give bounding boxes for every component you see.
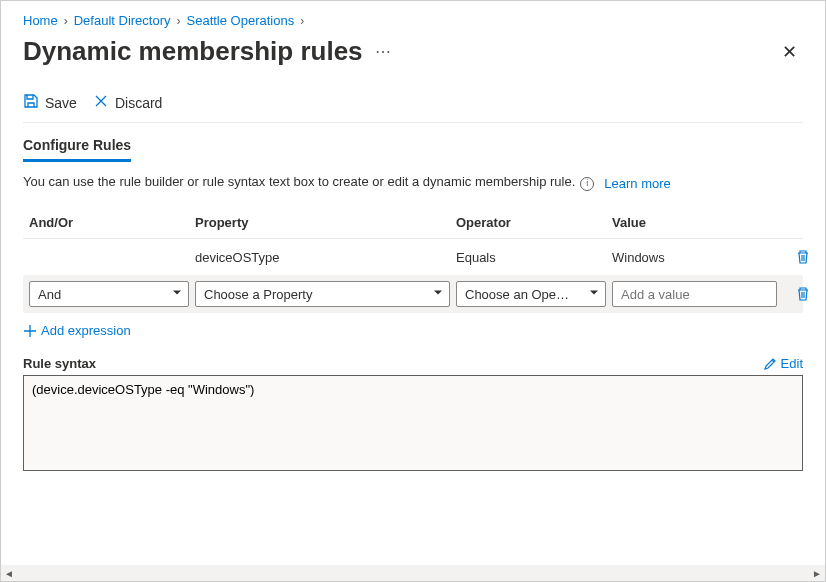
toolbar: Save Discard — [23, 85, 803, 123]
table-header: And/Or Property Operator Value — [23, 207, 803, 239]
chevron-right-icon: › — [300, 14, 304, 28]
cell-property: deviceOSType — [195, 250, 450, 265]
helper-text: You can use the rule builder or rule syn… — [23, 174, 575, 189]
value-input[interactable] — [612, 281, 777, 307]
plus-icon — [23, 324, 37, 338]
save-button[interactable]: Save — [23, 93, 77, 112]
chevron-right-icon: › — [177, 14, 181, 28]
rules-table: And/Or Property Operator Value deviceOST… — [23, 207, 803, 313]
save-label: Save — [45, 95, 77, 111]
pencil-icon — [763, 357, 777, 371]
discard-icon — [93, 93, 109, 112]
operator-select[interactable]: Choose an Ope… — [456, 281, 606, 307]
header-operator: Operator — [456, 215, 606, 230]
delete-row-button[interactable] — [783, 249, 823, 265]
table-row: And Choose a Property Choose an Ope… — [23, 275, 803, 313]
tab-configure-rules[interactable]: Configure Rules — [23, 137, 131, 162]
discard-button[interactable]: Discard — [93, 93, 162, 112]
learn-more-link[interactable]: Learn more — [604, 176, 670, 191]
cell-operator: Equals — [456, 250, 606, 265]
rule-syntax-textarea[interactable] — [23, 375, 803, 471]
breadcrumb-item-seattle[interactable]: Seattle Operations — [187, 13, 295, 28]
chevron-right-icon: › — [64, 14, 68, 28]
page-title: Dynamic membership rules — [23, 36, 363, 67]
discard-label: Discard — [115, 95, 162, 111]
table-row: deviceOSType Equals Windows — [23, 239, 803, 275]
header-property: Property — [195, 215, 450, 230]
cell-value: Windows — [612, 250, 777, 265]
breadcrumb-item-directory[interactable]: Default Directory — [74, 13, 171, 28]
header-andor: And/Or — [29, 215, 189, 230]
more-icon[interactable]: ⋯ — [375, 42, 392, 61]
trash-icon — [795, 249, 811, 265]
info-icon[interactable]: i — [580, 177, 594, 191]
delete-row-button[interactable] — [783, 286, 823, 302]
horizontal-scrollbar[interactable]: ◄ ► — [1, 565, 825, 581]
trash-icon — [795, 286, 811, 302]
rule-syntax-label: Rule syntax — [23, 356, 96, 371]
section-tabs: Configure Rules — [23, 137, 803, 162]
breadcrumb: Home › Default Directory › Seattle Opera… — [23, 9, 803, 36]
add-expression-button[interactable]: Add expression — [23, 313, 131, 356]
edit-syntax-button[interactable]: Edit — [763, 356, 803, 371]
header-value: Value — [612, 215, 777, 230]
page-header: Dynamic membership rules ⋯ ✕ — [23, 36, 803, 85]
property-select[interactable]: Choose a Property — [195, 281, 450, 307]
andor-select[interactable]: And — [29, 281, 189, 307]
close-icon[interactable]: ✕ — [776, 37, 803, 67]
save-icon — [23, 93, 39, 112]
breadcrumb-item-home[interactable]: Home — [23, 13, 58, 28]
